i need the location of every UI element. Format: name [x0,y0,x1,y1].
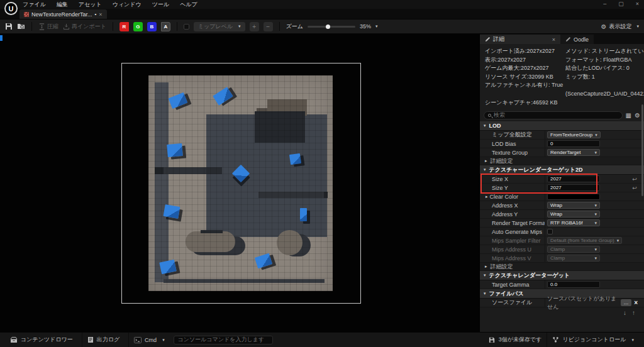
zoom-value-dropdown[interactable]: 35%▾ [360,23,378,30]
info-line: フォーマット: FloatRGBA [565,56,644,65]
size-y-input[interactable]: 2027 [547,184,600,191]
menu-item[interactable]: ファイル [23,1,46,9]
mip-level-dropdown[interactable]: ミップレベル▾ [194,22,245,31]
texture-info-left: インポート済み:2027x2027表示:2027x2027ゲーム内最大:2027… [485,47,565,107]
view-settings-button[interactable]: ⚙ 表示設定 ▾ [601,23,639,31]
source-file-value-cell: ソースパスセットがありません...× [545,299,644,307]
search-input[interactable]: 検索 [484,111,623,119]
texture-group-label: Texture Group [480,148,545,157]
tab-oodle[interactable]: Oodle [560,35,594,44]
revision-control-button[interactable]: リビジョンコントロール ▾ [547,333,639,347]
reset-to-default-icon[interactable]: ↩ [632,176,637,182]
scene-blue-box [164,204,180,219]
target-gamma-label: Target Gamma [480,280,545,289]
expand-caret-icon: ▸ [485,264,487,269]
info-line [485,90,565,99]
section-header-texture-render-target-2d[interactable]: ▾テクスチャーレンダーターゲット2D [480,165,644,175]
blue-channel-button[interactable]: B [147,22,157,31]
chevron-down-icon: ▾ [594,212,597,217]
move-up-icon[interactable]: ↑ [632,309,635,316]
chevron-down-icon: ▾ [162,338,165,343]
chevron-down-icon: ▾ [594,203,597,208]
zoom-slider-knob[interactable] [326,25,330,29]
auto-generate-mips-checkbox[interactable] [547,229,553,234]
mips-sampler-filter-row: Mips Sampler FilterDefault (from Texture… [480,236,644,245]
info-line: リソース サイズ:32099 KB [485,73,565,82]
folder-search-icon [17,23,25,30]
address-y-dropdown[interactable]: Wrap▾ [547,211,600,218]
browse-to-asset-button[interactable] [17,23,25,30]
menu-item[interactable]: ヘルプ [180,1,197,9]
toolbar-separator [113,22,113,31]
tab-texture-render-target[interactable]: NewTextureRenderTar... • × [19,9,107,19]
content-drawer-button[interactable]: コンテンツドロワー [5,333,78,347]
mip-plus-button[interactable]: + [250,22,259,31]
advanced-lod-label[interactable]: ▸詳細設定 [480,157,513,165]
reset-to-default-icon[interactable]: ↩ [632,185,637,191]
gear-icon: ⚙ [601,23,607,30]
menu-item[interactable]: 編集 [57,1,68,9]
address-y-row: Address YWrap▾ [480,210,644,219]
menu-item[interactable]: ウィンドウ [113,1,142,9]
expand-caret-icon: ▸ [485,158,487,163]
cmd-dropdown[interactable]: Cmd ▾ [128,333,170,347]
size-x-input[interactable]: 2027 [547,175,600,182]
info-line: メソッド: ストリームされていません [565,47,644,56]
texture-asset-icon [24,12,29,17]
mips-address-u-row: Mips Address UClamp▾ [480,245,644,254]
render-target-format-dropdown[interactable]: RTF RGBA16f▾ [547,219,600,226]
texture-group-dropdown[interactable]: RenderTarget▾ [547,149,600,156]
red-channel-button[interactable]: R [119,22,129,31]
menu-item[interactable]: ツール [152,1,169,9]
target-gamma-input[interactable]: 0.0 [547,281,600,288]
expand-caret-icon[interactable]: ▸ [486,194,488,199]
render-target-format-label: Render Target Format [480,219,545,227]
grid-view-icon[interactable]: ▦ [626,112,631,119]
zoom-slider[interactable] [308,26,355,28]
unsaved-indicator: • [95,11,97,17]
scene-blue-box [255,253,272,269]
unreal-logo-icon[interactable]: U [4,2,18,15]
unsaved-assets-button[interactable]: 3個が未保存です [484,333,547,347]
console-icon [134,337,142,343]
section-header-texture-render-target[interactable]: ▾テクスチャレンダーターゲット [480,271,644,280]
section-header-lod[interactable]: ▾LOD [480,121,644,131]
compress-button[interactable]: 圧縮 [38,23,58,31]
scene-blue-box [167,143,183,157]
reimport-button[interactable]: 再インポート [63,23,106,31]
output-log-button[interactable]: 出力ログ [82,333,125,347]
console-command-input[interactable]: コンソールコマンドを入力します [174,336,273,344]
tab-details[interactable]: 詳細 × [480,35,560,44]
lod-bias-input[interactable]: 0 [547,140,600,147]
maximize-button[interactable]: ▢ [618,1,624,7]
close-button[interactable]: × [636,1,639,7]
settings-gear-icon[interactable]: ⚙ [635,112,640,119]
panel-scrollbar[interactable] [641,104,643,196]
advanced-trt2d-label[interactable]: ▸詳細設定 [480,263,513,271]
close-tab-icon[interactable]: × [99,11,102,18]
content-drawer-icon [10,336,18,343]
close-icon[interactable]: × [552,36,555,43]
section-title: ファイルパス [489,290,524,298]
clear-color-swatch[interactable] [547,194,600,200]
chevron-down-icon: ▾ [594,256,597,261]
menu-item[interactable]: アセット [79,1,102,9]
info-line: ミップ数: 1 [565,73,644,82]
mip-minus-button[interactable]: − [264,22,273,31]
mip-level-checkbox[interactable] [184,24,189,30]
mip-gen-settings-dropdown[interactable]: FromTextureGroup▾ [547,131,601,138]
move-down-icon[interactable]: ↓ [623,309,626,316]
scene-blue-box [159,260,176,275]
chevron-down-icon: ▾ [631,338,634,343]
texture-viewport[interactable] [0,34,479,332]
green-channel-button[interactable]: G [133,22,143,31]
browse-source-button[interactable]: ... [621,299,632,306]
info-line: インポート済み:2027x2027 [485,47,565,56]
clear-source-button[interactable]: × [634,299,638,306]
save-button[interactable] [5,23,13,30]
address-y-value-cell: Wrap▾ [545,210,625,218]
minimize-button[interactable]: – [603,1,606,7]
zoom-label: ズーム [286,23,303,31]
address-x-dropdown[interactable]: Wrap▾ [547,202,600,209]
alpha-channel-button[interactable]: A [161,22,170,31]
